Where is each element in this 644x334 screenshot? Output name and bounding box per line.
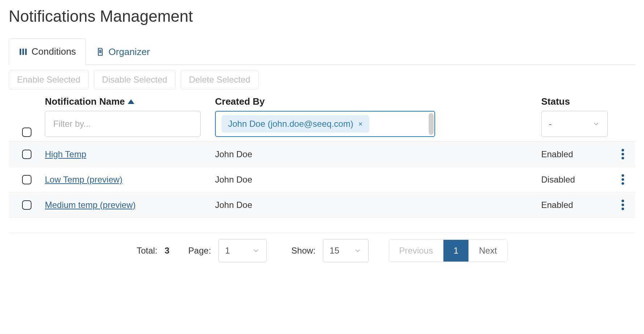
created-by-cell: John Doe [215,175,541,185]
total-label: Total: [136,246,157,256]
col-header-created-by[interactable]: Created By [215,96,541,107]
notification-name-link[interactable]: High Temp [45,149,86,159]
status-cell: Enabled [541,200,610,210]
chevron-down-icon [252,247,260,255]
svg-rect-1 [22,49,24,55]
col-header-created-by-label: Created By [215,96,265,107]
col-header-name[interactable]: Notification Name [45,96,215,107]
page-value: 1 [225,246,230,256]
chevron-down-icon [592,120,600,128]
svg-rect-2 [25,49,26,55]
tabs: Conditions Organizer [9,38,635,65]
table-header-row: Notification Name Created By John Doe (j… [9,96,635,142]
pager: Previous 1 Next [389,239,508,262]
notification-name-link[interactable]: Medium temp (preview) [45,200,136,210]
created-by-cell: John Doe [215,200,541,210]
previous-button[interactable]: Previous [389,240,443,262]
page-title: Notifications Management [9,7,635,25]
disable-selected-button[interactable]: Disable Selected [94,70,176,89]
status-cell: Enabled [541,149,610,159]
table-row: Medium temp (preview)John DoeEnabled [9,192,635,218]
chip-field-scrollbar[interactable] [429,113,434,135]
next-button[interactable]: Next [469,240,507,262]
row-checkbox[interactable] [22,150,31,159]
tab-organizer[interactable]: Organizer [86,38,160,65]
sort-asc-icon [128,99,134,104]
pagination-bar: Total: 3 Page: 1 Show: 15 Previous 1 Nex… [9,232,635,262]
status-filter-select[interactable]: - [541,111,608,137]
chip-remove-icon[interactable]: × [358,120,363,128]
svg-rect-0 [20,49,21,55]
created-by-filter-field[interactable]: John Doe (john.doe@seeq.com) × [215,111,435,137]
row-actions-menu-icon[interactable] [619,172,626,187]
delete-selected-button[interactable]: Delete Selected [181,70,258,89]
show-select[interactable]: 15 [323,239,369,262]
action-bar: Enable Selected Disable Selected Delete … [9,70,635,89]
tab-organizer-label: Organizer [109,46,150,58]
row-checkbox[interactable] [22,200,31,210]
organizer-icon [96,47,105,57]
created-by-chip: John Doe (john.doe@seeq.com) × [222,115,369,133]
chip-label: John Doe (john.doe@seeq.com) [228,119,353,129]
notifications-table: Notification Name Created By John Doe (j… [9,96,635,218]
table-row: Low Temp (preview)John DoeDisabled [9,167,635,192]
row-actions-menu-icon[interactable] [619,147,626,162]
enable-selected-button[interactable]: Enable Selected [9,70,89,89]
table-row: High TempJohn DoeEnabled [9,142,635,167]
tab-conditions-label: Conditions [31,46,76,57]
name-filter-input[interactable] [45,111,201,137]
row-checkbox[interactable] [22,175,31,184]
show-label: Show: [291,246,316,256]
page-select[interactable]: 1 [218,239,267,262]
col-header-status[interactable]: Status [541,96,635,107]
notification-name-link[interactable]: Low Temp (preview) [45,175,122,184]
page-label: Page: [188,246,211,256]
status-filter-value: - [549,119,552,129]
created-by-cell: John Doe [215,149,541,159]
show-value: 15 [330,246,340,256]
tab-conditions[interactable]: Conditions [9,38,86,65]
row-actions-menu-icon[interactable] [619,197,626,212]
chevron-down-icon [354,247,362,255]
status-cell: Disabled [541,175,610,185]
total-value: 3 [165,246,169,256]
conditions-icon [18,47,28,57]
col-header-name-label: Notification Name [45,96,125,107]
select-all-checkbox[interactable] [22,128,31,137]
col-header-status-label: Status [541,96,570,107]
page-1-button[interactable]: 1 [443,240,469,262]
